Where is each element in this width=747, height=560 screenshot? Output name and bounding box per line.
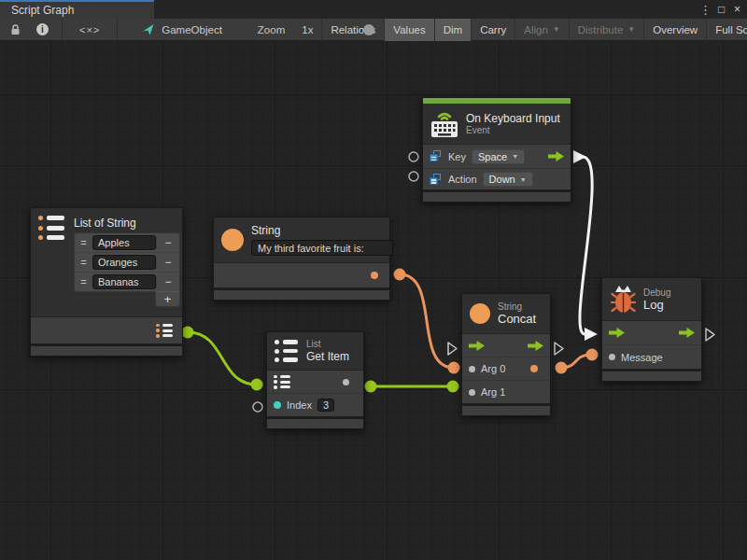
dim-button[interactable]: Dim — [435, 19, 472, 41]
node-header[interactable]: Debug Log — [602, 278, 701, 320]
node-footer — [462, 403, 550, 415]
flow-out-port[interactable] — [528, 341, 543, 351]
node-debug-log[interactable]: Debug Log Message — [601, 277, 702, 382]
index-label: Index — [287, 399, 312, 411]
string-type-icon — [221, 229, 244, 251]
node-get-item[interactable]: List Get Item Index 3 — [266, 331, 364, 429]
values-button[interactable]: Values — [385, 19, 434, 41]
info-icon: i — [36, 23, 49, 35]
variable-icon — [430, 174, 443, 186]
gameobject-button[interactable]: GameObject — [134, 19, 230, 41]
node-header[interactable]: String My third favorite fruit is: — [214, 217, 389, 262]
list-item-field[interactable]: Apples — [92, 235, 156, 250]
node-concat[interactable]: String Concat Arg 0 Arg 1 — [461, 293, 551, 416]
align-dropdown[interactable]: Align▼ — [515, 19, 570, 41]
chevron-down-icon: ▼ — [512, 153, 518, 160]
port-row-list-input — [267, 371, 363, 393]
lock-button[interactable] — [2, 19, 29, 41]
node-header[interactable]: String Concat — [462, 294, 550, 333]
node-header[interactable]: List of String = Apples − = Oranges − = … — [31, 208, 182, 316]
arg0-label: Arg 0 — [481, 363, 505, 374]
toolbar-separator — [117, 19, 118, 41]
item-output-port[interactable] — [343, 379, 349, 385]
port-row-string-output — [214, 263, 389, 287]
node-footer — [214, 287, 389, 300]
relations-button[interactable]: Relations — [322, 19, 385, 41]
drag-handle-icon[interactable]: = — [75, 257, 92, 268]
zoom-value: 1x — [302, 24, 313, 35]
flow-in-port[interactable] — [609, 328, 625, 338]
port-row-key: Key Space▼ — [423, 145, 571, 168]
arg0-input-port[interactable] — [469, 366, 475, 372]
string-list-widget: = Apples − = Oranges − = Bananas − + — [74, 232, 180, 292]
index-input-port[interactable] — [274, 401, 281, 409]
window-maximize-icon[interactable]: □ — [713, 0, 729, 19]
drag-handle-icon[interactable]: = — [75, 237, 92, 248]
list-output-port[interactable] — [156, 324, 174, 338]
zoom-slider-handle[interactable] — [363, 24, 374, 35]
bug-icon — [611, 285, 636, 314]
remove-item-button[interactable]: − — [156, 275, 179, 288]
node-footer — [31, 343, 182, 356]
flow-out-port[interactable] — [679, 328, 695, 338]
string-output-port[interactable] — [371, 272, 378, 279]
flow-out-port[interactable] — [548, 151, 564, 161]
port-row-flow — [602, 321, 701, 344]
node-header[interactable]: List Get Item — [267, 332, 363, 370]
flow-in-port[interactable] — [469, 341, 485, 351]
distribute-dropdown[interactable]: Distribute▼ — [570, 19, 645, 41]
key-dropdown[interactable]: Space▼ — [472, 149, 525, 164]
fullscreen-button[interactable]: Full Scre — [707, 19, 747, 41]
node-title: On Keyboard Input — [466, 112, 560, 125]
overview-button[interactable]: Overview — [644, 19, 707, 41]
tab-script-graph[interactable]: Script Graph — [0, 0, 154, 19]
window-menu-icon[interactable]: ⋮ — [698, 0, 713, 19]
carry-button[interactable]: Carry — [472, 19, 515, 41]
lock-icon — [9, 23, 21, 36]
node-footer — [602, 369, 701, 381]
arg1-label: Arg 1 — [481, 386, 505, 398]
graph-toolbar: i <×> GameObject Zoom 1x Relations Value… — [0, 19, 747, 41]
node-type-label: Debug — [643, 287, 670, 299]
remove-item-button[interactable]: − — [156, 256, 179, 269]
node-subtitle: Event — [466, 125, 560, 136]
port-row-list-output — [31, 317, 182, 343]
zoom-label: Zoom — [258, 24, 285, 35]
arg1-input-port[interactable] — [469, 389, 475, 396]
list-item-row: = Apples − — [75, 233, 179, 252]
message-input-port[interactable] — [609, 354, 615, 360]
string-value-field[interactable]: My third favorite fruit is: — [251, 240, 393, 256]
chevron-down-icon: ▼ — [553, 25, 560, 34]
message-label: Message — [621, 352, 663, 363]
list-item-field[interactable]: Oranges — [92, 255, 156, 270]
keyboard-icon — [430, 109, 458, 138]
remove-item-button[interactable]: − — [156, 236, 179, 249]
node-on-keyboard-input[interactable]: On Keyboard Input Event Key Space▼ Actio… — [422, 97, 571, 203]
list-item-row: = Bananas − — [75, 272, 179, 291]
index-value-field[interactable]: 3 — [317, 399, 334, 412]
tab-bar: Script Graph ⋮ □ × — [0, 0, 747, 19]
inspect-button[interactable]: i — [29, 19, 56, 41]
port-row-index: Index 3 — [267, 393, 363, 416]
window-controls: ⋮ □ × — [698, 0, 745, 19]
port-row-flow — [462, 334, 550, 357]
string-type-icon — [470, 303, 490, 324]
action-dropdown[interactable]: Down▼ — [483, 172, 533, 187]
node-string-literal[interactable]: String My third favorite fruit is: — [213, 217, 390, 301]
node-footer — [423, 189, 571, 202]
action-label: Action — [448, 174, 477, 185]
window-close-icon[interactable]: × — [729, 0, 745, 19]
key-label: Key — [448, 151, 466, 162]
drag-handle-icon[interactable]: = — [75, 276, 92, 287]
tab-title: Script Graph — [11, 4, 74, 17]
node-list-of-string[interactable]: List of String = Apples − = Oranges − = … — [30, 207, 183, 357]
list-input-port[interactable] — [274, 375, 291, 389]
add-item-button[interactable]: + — [155, 291, 180, 307]
list-item-field[interactable]: Bananas — [92, 274, 156, 289]
node-header[interactable]: On Keyboard Input Event — [423, 104, 571, 144]
result-output-port[interactable] — [530, 365, 538, 372]
list-icon — [38, 216, 66, 240]
code-view-button[interactable]: <×> — [72, 19, 107, 41]
script-graph-icon — [142, 23, 155, 36]
node-type-label: List — [306, 339, 349, 350]
